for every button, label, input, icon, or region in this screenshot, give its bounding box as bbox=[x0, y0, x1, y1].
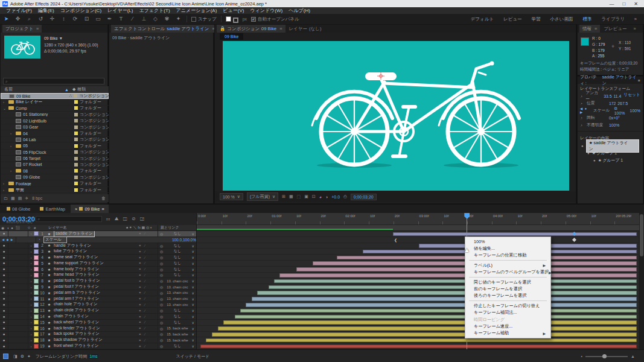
parent-select[interactable]: ◎なし∨ bbox=[158, 255, 196, 260]
panel-menu-icon[interactable]: ≡ bbox=[279, 26, 282, 31]
draft-3d-icon[interactable]: ⛰ bbox=[115, 216, 119, 222]
layer-row-pedal arm f アウトライン[interactable]: ●›11★pedal arm f アウトライン✦ ∕◎13. chain cir… bbox=[0, 296, 196, 302]
composition-canvas[interactable] bbox=[223, 41, 569, 191]
keyframe[interactable] bbox=[572, 238, 576, 242]
type-tool[interactable]: T bbox=[117, 16, 125, 22]
layer-bar-back spoke アウトライン[interactable] bbox=[212, 332, 637, 337]
guides-icon[interactable]: ▣ bbox=[304, 194, 308, 199]
project-footer-icon-2[interactable]: ▤ bbox=[18, 196, 22, 201]
layer-bar-pedal arm f アウトライン[interactable] bbox=[252, 297, 637, 301]
parent-select[interactable]: ◎なし∨ bbox=[158, 343, 196, 349]
exposure-value[interactable]: +0.0 bbox=[331, 195, 340, 199]
auto-open-panels-toggle[interactable]: ✓ 自動オープンパネル bbox=[251, 16, 299, 22]
dolly-camera-tool[interactable]: ↕ bbox=[60, 16, 68, 22]
timeline-footer-icon-0[interactable]: ◨ bbox=[13, 354, 18, 359]
layer-row-frame seat アウトライン[interactable]: ●›4★frame seat アウトライン✦ ∕◎なし∨ bbox=[0, 255, 196, 261]
shape-tool[interactable]: ▭ bbox=[94, 16, 102, 22]
transparency-grid-icon[interactable]: ▦ bbox=[289, 194, 293, 199]
parent-select[interactable]: ◎13. chain circ∨ bbox=[158, 285, 196, 289]
context-menu-item-後ろのキーフレームを選択[interactable]: 後ろのキーフレームを選択 bbox=[465, 293, 550, 299]
layer-row-frame support アウトライン[interactable]: ●›5★frame support アウトライン✦ ∕◎なし∨ bbox=[0, 261, 196, 267]
layer-bar-front wheel アウトライン[interactable] bbox=[200, 345, 637, 349]
layer-row-handle アウトライン[interactable]: ●›2★handle アウトライン✦ ∕◎なし∨ bbox=[0, 243, 196, 249]
timeline-zoom-slider[interactable]: ▪ ▲ bbox=[581, 354, 641, 358]
parent-select[interactable]: ◎なし∨ bbox=[158, 308, 196, 313]
workspace-レビュー[interactable]: レビュー bbox=[499, 15, 527, 24]
selection-tool[interactable]: ➤ bbox=[2, 16, 10, 22]
timeline-track-area[interactable]: 0:00f10f20f01:00f10f20f02:00f10f20f03:00… bbox=[196, 213, 639, 349]
menu-ビュー(V)[interactable]: ビュー(V) bbox=[220, 7, 246, 14]
pan-behind-tool[interactable]: ⊡ bbox=[83, 16, 91, 22]
reset-link[interactable]: リセット bbox=[623, 92, 640, 98]
layer-bar-pedal foot b アウトライン[interactable] bbox=[274, 279, 637, 284]
layer-row-pedal arm b アウトライン[interactable]: ●›10★pedal arm b アウトライン✦ ∕◎13. chain cir… bbox=[0, 290, 196, 296]
timeline-footer-icon-1[interactable]: ⚙ bbox=[21, 354, 24, 359]
layer-bar-pedal foot f アウトライン[interactable] bbox=[269, 285, 637, 290]
menu-エフェクト(T)[interactable]: エフェクト(T) bbox=[136, 7, 172, 14]
panel-more-icon[interactable]: » bbox=[631, 25, 639, 33]
current-time-display[interactable]: 0;00;03;20 bbox=[351, 194, 377, 200]
parent-select[interactable]: ◎13. chain circ∨ bbox=[158, 297, 196, 301]
parent-select[interactable]: ◎なし∨ bbox=[158, 314, 196, 319]
workspace-標準[interactable]: 標準 bbox=[578, 15, 596, 24]
lock-icon[interactable]: 🔒 bbox=[220, 26, 225, 31]
workspace-»[interactable]: » bbox=[630, 15, 642, 23]
project-item-平面[interactable]: ›平面フォルダー bbox=[1, 187, 109, 193]
project-columns-header[interactable]: 名前 ▲ ◆ 種類 bbox=[1, 86, 109, 93]
layer-row-back shadow アウトライン[interactable]: ●›18★back shadow アウトライン✦ ∕◎15. back whe∨ bbox=[0, 337, 196, 343]
layer-row-front wheel アウトライン[interactable]: ●›19★front wheel アウトライン✦ ∕◎なし∨ bbox=[0, 343, 196, 349]
layer-row-back spoke アウトライン[interactable]: ●›17★back spoke アウトライン✦ ∕◎15. back whe∨ bbox=[0, 332, 196, 338]
timeline-vertical-scrollbar[interactable] bbox=[639, 213, 644, 349]
workspace-小さい画面[interactable]: 小さい画面 bbox=[546, 15, 578, 24]
minimize-button[interactable]: — bbox=[609, 1, 614, 7]
parent-select[interactable]: ◎なし∨ bbox=[158, 249, 196, 254]
bit-depth-label[interactable]: 8 bpc bbox=[32, 196, 42, 200]
project-item-05 FlipClock[interactable]: 05 FlipClockコンポジション bbox=[1, 150, 109, 156]
workspace-ライブラリ[interactable]: ライブラリ bbox=[596, 15, 629, 24]
layer-bar-chain アウトライン[interactable] bbox=[235, 315, 637, 319]
exposure-adjust-icon[interactable]: ◑ bbox=[325, 195, 328, 199]
layer-row-tube アウトライン[interactable]: ●›3★tube アウトライン✦ ∕◎なし∨ bbox=[0, 249, 196, 255]
parent-select[interactable]: ◎なし∨ bbox=[158, 267, 196, 272]
switches-modes-button[interactable]: スイッチ / モード bbox=[176, 354, 209, 360]
context-menu-item-キーフレーム補助[interactable]: キーフレーム補助▶ bbox=[465, 330, 550, 337]
parent-select[interactable]: ◎なし∨ bbox=[158, 272, 196, 278]
property-位置[interactable]: ◔位置172267.5 bbox=[578, 100, 643, 107]
parent-select[interactable]: ◎13. chain circ∨ bbox=[158, 279, 196, 283]
brush-tool[interactable]: ∕ bbox=[129, 16, 136, 22]
viewer-tab-09-bike[interactable]: 09 Bike bbox=[220, 33, 243, 40]
context-menu-item-ラベル(L)[interactable]: ラベル(L)▶ bbox=[465, 262, 550, 268]
project-item-02 LightBulb[interactable]: 02 LightBulbコンポジション bbox=[1, 118, 109, 124]
project-item-04[interactable]: ›04フォルダー bbox=[1, 130, 109, 136]
layer-bar-back shadow アウトライン[interactable] bbox=[206, 338, 637, 343]
timeline-tab-09 Bike[interactable]: ×09 Bike≡ bbox=[71, 205, 109, 213]
layer-row-chain hole アウトライン[interactable]: ●›12★chain hole アウトライン✦ ∕◎13. chain circ… bbox=[0, 302, 196, 308]
eraser-tool[interactable]: ◇ bbox=[151, 16, 159, 22]
property-スケール[interactable]: ◀ ● ▶スケール⧉ 100%100% bbox=[578, 107, 643, 114]
layer-bar-back wheel アウトライン[interactable] bbox=[223, 320, 637, 325]
context-menu-item-100%[interactable]: 100% bbox=[465, 238, 550, 245]
project-item-01 Stationery[interactable]: 01 Stationeryコンポジション bbox=[1, 112, 109, 118]
stroke-color-swatch[interactable] bbox=[233, 17, 238, 23]
context-menu-item-同じ値のキーフレームを選択[interactable]: 同じ値のキーフレームを選択 bbox=[465, 279, 550, 285]
puppet-pin-tool[interactable]: ✦ bbox=[174, 16, 182, 22]
parent-select[interactable]: ◎なし∨ bbox=[158, 243, 196, 249]
channel-icon[interactable]: ◕ bbox=[319, 195, 322, 199]
panel-menu-icon[interactable]: ≡ bbox=[638, 78, 640, 83]
snap-toggle[interactable]: スナップ bbox=[191, 16, 217, 22]
project-footer-icon-0[interactable]: 🗀 bbox=[4, 196, 8, 201]
snapshot-icon[interactable]: ⎙ bbox=[343, 194, 347, 199]
magnification-select[interactable]: 100 %∨ bbox=[220, 193, 243, 200]
project-item-03 Gear[interactable]: 03 Gearコンポジション bbox=[1, 124, 109, 130]
tab-composition[interactable]: 🔒 コンポジション 09 Bike ≡ bbox=[217, 25, 285, 33]
mask-visibility-icon[interactable]: ⬚ bbox=[297, 194, 301, 199]
context-menu-item-停止したキーフレームの切り替え[interactable]: 停止したキーフレームの切り替え bbox=[465, 302, 550, 309]
roto-brush-tool[interactable]: ✾ bbox=[163, 16, 171, 22]
content-row-グループ 1[interactable]: ●★ グループ 1 bbox=[578, 157, 643, 164]
frame-blending-icon[interactable]: ⊘ bbox=[132, 216, 136, 222]
project-item-Comp[interactable]: ⌄Compフォルダー bbox=[1, 106, 109, 112]
layer-row-chain アウトライン[interactable]: ●›14★chain アウトライン✦ ∕◎なし∨ bbox=[0, 314, 196, 320]
project-footer-icon-1[interactable]: ▦ bbox=[11, 196, 15, 201]
menu-ファイル(F)[interactable]: ファイル(F) bbox=[4, 7, 34, 14]
toggle-switches-icon[interactable] bbox=[3, 354, 8, 359]
